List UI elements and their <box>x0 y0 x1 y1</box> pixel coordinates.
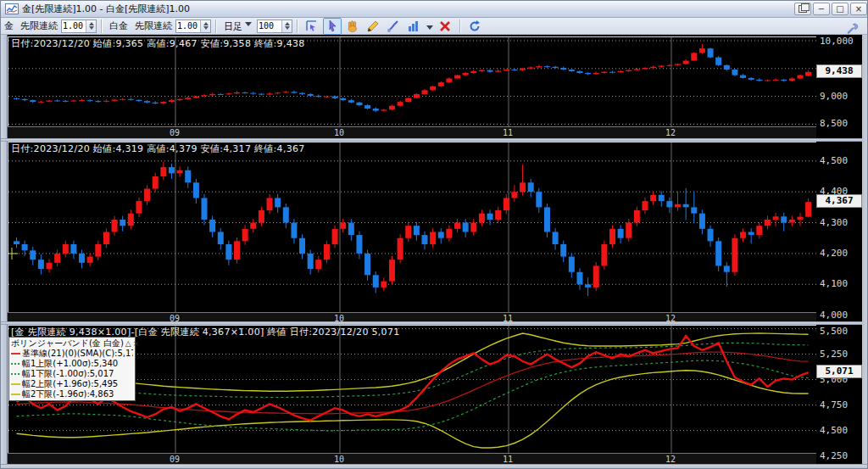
current-value-badge: 9,438 <box>816 64 862 78</box>
legend-line-swatch <box>11 394 20 395</box>
period-dropdown[interactable]: 日足 <box>224 20 253 33</box>
panel-left-strip <box>1 35 8 138</box>
x-axis-month-label: 09 <box>170 128 180 137</box>
toolbar-separator <box>297 20 298 33</box>
chart-panel-spread: [金 先限連続 9,438×1.00]-[白金 先限連続 4,367×1.00]… <box>1 325 868 464</box>
brush-tool-button[interactable] <box>384 18 403 35</box>
spinner-arrows-icon[interactable] <box>86 20 96 32</box>
current-value-badge: 4,367 <box>816 194 862 208</box>
close-button[interactable]: × <box>850 3 867 15</box>
clear-drawings-button[interactable] <box>436 18 454 35</box>
copy-window-button[interactable] <box>794 3 811 15</box>
y-axis-tick-label: 4,500 <box>820 154 848 165</box>
crosshair-tool-button[interactable] <box>303 18 321 35</box>
gold-price-axis: 10,0009,5009,0008,5009,438 <box>816 35 868 138</box>
toolbar: 金 先限連続 白金 先限連続 日足 <box>1 18 868 35</box>
legend-item: 幅1上限(+1.00σ):5,340 <box>11 359 133 369</box>
legend-line-swatch <box>11 383 20 385</box>
platinum-multiplier-spinner[interactable] <box>175 20 211 33</box>
legend-line-swatch <box>11 353 20 355</box>
spread-bollinger-chart[interactable]: [金 先限連続 9,438×1.00]-[白金 先限連続 4,367×1.00]… <box>8 325 818 454</box>
x-axis-month-label: 10 <box>334 128 344 137</box>
bar-chart-icon <box>407 20 420 33</box>
bar-count-spinner[interactable] <box>257 20 292 33</box>
gold-multiplier-spinner[interactable] <box>61 20 97 33</box>
x-axis-month-label: 09 <box>170 455 180 464</box>
settings-wrench-button[interactable] <box>843 20 861 36</box>
window-title: 金[先限連続]1.00 - 白金[先限連続]1.00 <box>22 3 794 15</box>
y-axis-tick-label: 4,000 <box>820 309 848 320</box>
pencil-tool-button[interactable] <box>364 18 382 35</box>
dropdown-arrow-icon <box>245 22 252 30</box>
toolbar-separator <box>459 20 460 33</box>
y-axis-tick-label: 4,500 <box>820 424 848 435</box>
minimize-button[interactable]: − <box>813 3 830 15</box>
y-axis-tick-label: 9,000 <box>820 90 848 101</box>
select-tool-button[interactable] <box>323 18 342 35</box>
chart-panel-platinum: 日付:2023/12/20 始値:4,319 高値:4,379 安値:4,317… <box>1 142 868 323</box>
platinum-series-label: 先限連続 <box>135 20 172 32</box>
gold-candlestick-chart[interactable]: 日付:2023/12/20 始値:9,365 高値:9,467 安値:9,358… <box>8 36 818 127</box>
platinum-symbol-label: 白金 <box>109 20 128 32</box>
x-axis-month-label: 11 <box>503 128 513 137</box>
x-axis-month-label: 12 <box>665 128 676 137</box>
y-axis-tick-label: 5,500 <box>820 326 848 337</box>
window-right-edge <box>862 35 868 464</box>
pan-tool-button[interactable] <box>343 18 362 35</box>
window-bottom-edge <box>1 464 868 469</box>
gold-ohlc-info: 日付:2023/12/20 始値:9,365 高値:9,467 安値:9,358… <box>11 37 305 50</box>
chart-panel-gold: 日付:2023/12/20 始値:9,365 高値:9,467 安値:9,358… <box>1 35 868 138</box>
platinum-candlestick-chart[interactable]: 日付:2023/12/20 始値:4,319 高値:4,379 安値:4,317… <box>8 142 818 313</box>
spread-value-axis: 5,5005,2505,0004,7504,5004,2505,071 <box>816 325 868 464</box>
hand-icon <box>346 20 359 33</box>
gold-symbol-label: 金 <box>4 20 14 32</box>
legend-title: ボリンジャーバンド(金 白金) <box>11 338 124 349</box>
gold-time-axis: 09101112 <box>8 126 818 138</box>
refresh-button[interactable] <box>465 18 484 35</box>
legend-close-button[interactable]: × <box>133 339 140 348</box>
spread-time-axis: 09101112 <box>8 453 818 465</box>
y-axis-tick-label: 5,250 <box>820 348 848 359</box>
pencil-icon <box>366 20 380 33</box>
y-axis-tick-label: 4,250 <box>820 449 848 461</box>
bollinger-legend: ボリンジャーバンド(金 白金) △ × 基準線(21)(0)(SMA)(C):5… <box>8 337 136 401</box>
wrench-icon <box>846 22 859 35</box>
spinner-arrows-icon[interactable] <box>281 20 292 32</box>
platinum-price-axis: 4,5004,4004,3004,2004,1004,0004,367 <box>816 142 868 323</box>
title-bar: 金[先限連続]1.00 - 白金[先限連続]1.00 − □ × <box>1 1 868 18</box>
x-axis-month-label: 11 <box>503 455 513 464</box>
gold-series-label: 先限連続 <box>20 20 58 32</box>
panel-left-strip <box>1 142 8 323</box>
legend-collapse-button[interactable]: △ <box>125 339 131 348</box>
legend-item: 幅1下限(-1.00σ):5,017 <box>11 369 133 379</box>
bar-count-input[interactable] <box>258 20 281 32</box>
legend-line-swatch <box>11 363 20 365</box>
platinum-ohlc-info: 日付:2023/12/20 始値:4,319 高値:4,379 安値:4,317… <box>11 142 305 155</box>
copy-icon <box>798 5 807 13</box>
x-axis-month-label: 12 <box>665 455 676 464</box>
legend-line-swatch <box>11 373 20 375</box>
app-chart-icon <box>5 3 19 14</box>
crosshair-tool-icon <box>305 20 319 33</box>
y-axis-tick-label: 8,500 <box>820 118 848 129</box>
y-axis-tick-label: 10,000 <box>820 36 854 47</box>
legend-item: 基準線(21)(0)(SMA)(C):5,179 <box>11 349 133 359</box>
toolbar-separator <box>101 20 102 33</box>
y-axis-tick-label: 4,300 <box>820 216 848 227</box>
brush-icon <box>387 20 400 33</box>
y-axis-tick-label: 4,750 <box>820 399 848 410</box>
app-window: 金[先限連続]1.00 - 白金[先限連続]1.00 − □ × 金 先限連続 … <box>0 0 868 469</box>
spinner-arrows-icon[interactable] <box>200 20 210 32</box>
platinum-multiplier-input[interactable] <box>176 20 200 32</box>
gold-multiplier-input[interactable] <box>62 20 86 32</box>
maximize-button[interactable]: □ <box>832 3 849 15</box>
select-tool-icon <box>326 20 339 33</box>
toolbar-separator <box>215 20 216 33</box>
refresh-icon <box>468 20 481 33</box>
panel-left-strip <box>1 325 8 464</box>
current-value-badge: 5,071 <box>816 365 862 378</box>
legend-item: 幅2下限(-1.96σ):4,863 <box>11 389 133 399</box>
chart-style-dropdown-arrow-icon[interactable] <box>426 25 433 33</box>
y-axis-tick-label: 4,100 <box>820 278 848 289</box>
chart-style-button[interactable] <box>404 18 423 35</box>
